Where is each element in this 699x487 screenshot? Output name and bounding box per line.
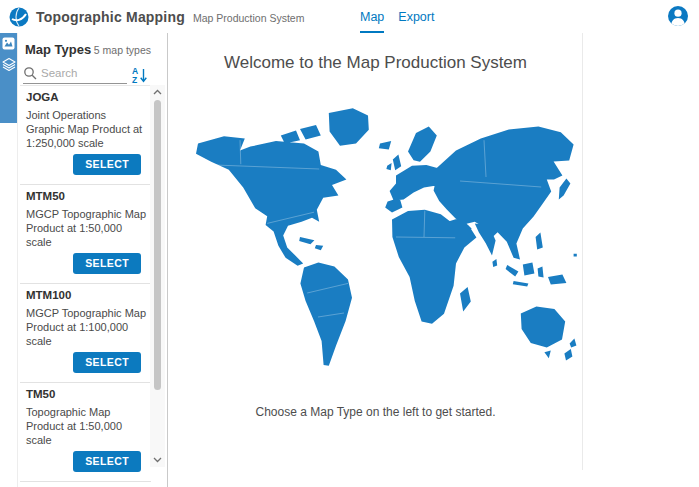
select-button-tm50[interactable]: SELECT: [73, 451, 141, 472]
map-type-item-mtm50: MTM50 MGCP Topographic Map Product at 1:…: [20, 185, 151, 284]
layers-icon[interactable]: [2, 57, 16, 71]
scrollbar-thumb[interactable]: [154, 100, 161, 390]
map-type-name: TM50: [26, 388, 147, 400]
map-widget-icon[interactable]: [2, 36, 16, 50]
search-row: A Z: [18, 57, 167, 84]
user-avatar-icon[interactable]: [667, 5, 689, 27]
widget-toolbar: [0, 33, 18, 487]
map-type-count: 5 map types: [94, 44, 151, 56]
widget-toolbar-active-area: [0, 33, 17, 123]
panel-title: Map Types: [25, 42, 91, 57]
map-types-panel: Map Types 5 map types A Z: [18, 33, 168, 487]
globe-icon: [9, 7, 29, 27]
nav-tab-export[interactable]: Export: [398, 0, 434, 33]
instruction-text: Choose a Map Type on the left to get sta…: [169, 405, 582, 419]
main-content: Welcome to the Map Production System Cho…: [169, 33, 699, 487]
search-field[interactable]: [23, 66, 127, 84]
search-icon: [23, 66, 37, 80]
select-button-mtm50[interactable]: SELECT: [73, 253, 141, 274]
map-type-description: Joint Operations Graphic Map Product at …: [26, 108, 147, 150]
map-type-item-tm50: TM50 Topographic Map Product at 1:50,000…: [20, 383, 151, 482]
top-nav: Map Export: [360, 0, 434, 33]
map-type-item-joga: JOGA Joint Operations Graphic Map Produc…: [20, 86, 151, 185]
select-button-joga[interactable]: SELECT: [73, 154, 141, 175]
panel-divider: [582, 33, 583, 470]
map-type-name: JOGA: [26, 91, 147, 103]
sort-alpha-down-icon[interactable]: A Z: [131, 66, 148, 84]
map-type-name: MTM50: [26, 190, 147, 202]
welcome-title: Welcome to the Map Production System: [169, 53, 582, 73]
chevron-up-icon[interactable]: [153, 89, 162, 95]
app-title: Topographic Mapping: [36, 9, 185, 25]
svg-text:Z: Z: [132, 75, 137, 84]
map-type-description: MGCP Topographic Map Product at 1:50,000…: [26, 207, 147, 249]
app-window: Topographic Mapping Map Production Syste…: [0, 0, 699, 487]
chevron-down-icon[interactable]: [153, 457, 162, 463]
nav-tab-map[interactable]: Map: [360, 0, 384, 33]
map-type-list: JOGA Joint Operations Graphic Map Produc…: [20, 85, 151, 487]
map-type-description: Topographic Map Product at 1:50,000 scal…: [26, 405, 147, 447]
select-button-mtm100[interactable]: SELECT: [73, 352, 141, 373]
world-landmasses: [196, 108, 577, 366]
panel-header: Map Types 5 map types: [18, 33, 167, 57]
map-type-name: MTM100: [26, 289, 147, 301]
map-type-description: MGCP Topographic Map Product at 1:100,00…: [26, 306, 147, 348]
world-map-graphic: [180, 105, 580, 393]
search-input[interactable]: [41, 67, 123, 79]
sidebar-scrollbar[interactable]: [150, 85, 165, 467]
map-type-item-mtm100: MTM100 MGCP Topographic Map Product at 1…: [20, 284, 151, 383]
world-map-svg: [180, 105, 580, 393]
map-type-item-tm100: TM100: [20, 482, 151, 487]
app-subtitle: Map Production System: [193, 10, 304, 24]
app-header: Topographic Mapping Map Production Syste…: [0, 0, 699, 33]
